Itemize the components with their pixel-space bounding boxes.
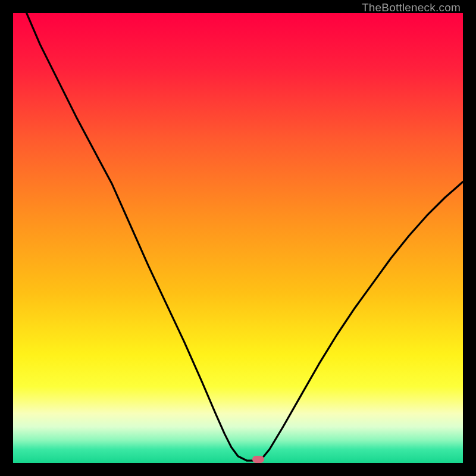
watermark-text: TheBottleneck.com [362, 1, 461, 14]
chart-frame: { "watermark": "TheBottleneck.com", "cha… [0, 0, 476, 476]
curve-layer [13, 13, 463, 463]
plot-area [13, 13, 463, 463]
optimal-point-marker [252, 456, 264, 463]
bottleneck-curve [27, 13, 463, 461]
